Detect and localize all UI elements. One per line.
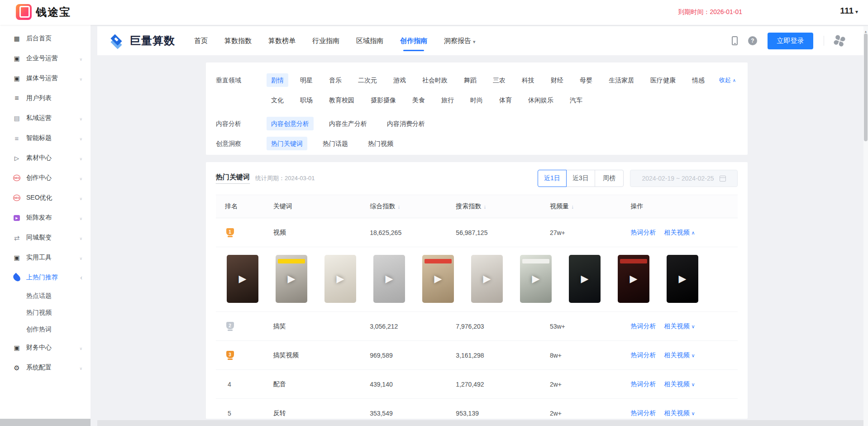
filter-tag[interactable]: 剧情 xyxy=(267,73,288,87)
video-thumbnail[interactable] xyxy=(520,255,552,303)
range-button[interactable]: 近1日 xyxy=(538,170,567,187)
filter-tag[interactable]: 内容创意分析 xyxy=(267,117,314,130)
filter-tag[interactable]: 美食 xyxy=(408,93,429,107)
nav-item[interactable]: 区域指南 xyxy=(356,26,383,55)
filter-tag[interactable]: 体育 xyxy=(495,93,516,107)
filter-tag[interactable]: 内容生产分析 xyxy=(324,117,372,130)
filter-tag[interactable]: 母婴 xyxy=(575,73,597,87)
filter-tag[interactable]: 汽车 xyxy=(565,93,587,107)
filter-tag[interactable]: 游戏 xyxy=(389,73,410,87)
nav-item[interactable]: 算数榜单 xyxy=(268,26,296,55)
filter-tag[interactable]: 教育校园 xyxy=(324,93,359,107)
video-thumbnail[interactable] xyxy=(471,255,503,303)
related-videos-link[interactable]: 相关视频 xyxy=(664,229,695,237)
filter-tag[interactable]: 热门话题 xyxy=(318,137,353,150)
related-videos-link[interactable]: 相关视频 xyxy=(664,322,695,330)
sidebar-item-label: 矩阵发布 xyxy=(26,214,52,222)
date-range-picker[interactable]: 2024-02-19 ~ 2024-02-25 xyxy=(630,170,738,187)
filter-tag[interactable]: 文化 xyxy=(267,93,288,107)
filter-tag[interactable]: 明星 xyxy=(296,73,317,87)
scrollbar-thumb[interactable] xyxy=(864,34,868,141)
sidebar-subitem[interactable]: 创作热词 xyxy=(0,321,91,338)
sidebar-subitem[interactable]: 热点话题 xyxy=(0,287,91,304)
mobile-app-icon[interactable] xyxy=(732,36,738,45)
video-thumbnail[interactable] xyxy=(618,255,649,303)
hot-word-analysis-link[interactable]: 热词分析 xyxy=(631,409,656,417)
sidebar-subitem[interactable]: 热门视频 xyxy=(0,304,91,321)
chevron-up-icon xyxy=(731,77,736,83)
filter-tag[interactable]: 生活家居 xyxy=(604,73,639,87)
chevron-up-icon xyxy=(692,229,695,236)
sidebar-item[interactable]: 创作中心 xyxy=(0,168,91,188)
scrollbar[interactable] xyxy=(863,26,868,426)
nav-item[interactable]: 创作指南 xyxy=(400,26,427,55)
pinwheel-icon[interactable] xyxy=(833,34,846,47)
sidebar-item[interactable]: 后台首页 xyxy=(0,29,91,48)
filter-tag[interactable]: 二次元 xyxy=(353,73,382,87)
related-videos-link[interactable]: 相关视频 xyxy=(664,380,695,388)
video-thumbnail[interactable] xyxy=(324,255,356,303)
sort-down-icon[interactable] xyxy=(483,203,486,210)
chevron-down-icon xyxy=(79,75,82,82)
video-thumbnail[interactable] xyxy=(422,255,454,303)
nav-item[interactable]: 算数指数 xyxy=(224,26,252,55)
scroll-up-arrow-icon[interactable] xyxy=(863,26,868,33)
filter-tag[interactable]: 医疗健康 xyxy=(646,73,680,87)
filter-tag[interactable]: 财经 xyxy=(546,73,568,87)
hot-word-analysis-link[interactable]: 热词分析 xyxy=(631,351,656,359)
filter-tag[interactable]: 旅行 xyxy=(437,93,458,107)
filter-tag[interactable]: 摄影摄像 xyxy=(366,93,401,107)
filter-tag[interactable]: 热门关键词 xyxy=(267,137,307,150)
sidebar-item[interactable]: 企业号运营 xyxy=(0,48,91,68)
filter-tag[interactable]: 休闲娱乐 xyxy=(524,93,558,107)
sidebar-item[interactable]: 上热门推荐 xyxy=(0,268,91,287)
hot-word-analysis-link[interactable]: 热词分析 xyxy=(631,322,656,330)
nav-item[interactable]: 首页 xyxy=(194,26,208,55)
related-videos-link[interactable]: 相关视频 xyxy=(664,351,695,359)
filter-tag[interactable]: 舞蹈 xyxy=(459,73,481,87)
filter-tag[interactable]: 时尚 xyxy=(466,93,487,107)
chevron-down-icon xyxy=(79,134,82,142)
help-icon[interactable] xyxy=(748,36,757,45)
filter-tag[interactable]: 音乐 xyxy=(324,73,346,87)
video-thumbnail[interactable] xyxy=(227,255,258,303)
range-button[interactable]: 近3日 xyxy=(566,170,595,187)
video-thumbnail[interactable] xyxy=(667,255,698,303)
sidebar-item[interactable]: 智能标题 xyxy=(0,128,91,148)
login-button[interactable]: 立即登录 xyxy=(768,33,813,49)
nav-item[interactable]: 行业指南 xyxy=(312,26,339,55)
brand-logo[interactable]: 钱途宝 xyxy=(16,4,71,20)
video-thumbnail[interactable] xyxy=(569,255,601,303)
filter-tag[interactable]: 内容消费分析 xyxy=(382,117,429,130)
related-videos-link[interactable]: 相关视频 xyxy=(664,409,695,417)
filter-tag[interactable]: 社会时政 xyxy=(418,73,452,87)
video-thumbnail[interactable] xyxy=(373,255,405,303)
sidebar-item[interactable]: 系统配置 xyxy=(0,358,91,378)
hot-word-analysis-link[interactable]: 热词分析 xyxy=(631,380,656,388)
sidebar-item[interactable]: 用户列表 xyxy=(0,88,91,108)
filter-tag[interactable]: 情感 xyxy=(687,73,709,87)
collapse-link[interactable]: 收起 xyxy=(719,76,736,84)
sidebar-item[interactable]: 矩阵发布 xyxy=(0,208,91,228)
sidebar-item[interactable]: 同城裂变 xyxy=(0,228,91,248)
juliang-brand[interactable]: 巨量算数 xyxy=(109,33,175,49)
filter-tag[interactable]: 三农 xyxy=(488,73,510,87)
hot-word-analysis-link[interactable]: 热词分析 xyxy=(631,229,656,237)
sort-down-icon[interactable] xyxy=(571,203,574,210)
user-menu[interactable]: 111 xyxy=(840,6,858,16)
sidebar-item[interactable]: 实用工具 xyxy=(0,248,91,268)
video-thumbnail[interactable] xyxy=(276,255,307,303)
nav-item[interactable]: 洞察报告 xyxy=(444,26,476,55)
sort-down-icon[interactable] xyxy=(397,203,400,210)
sidebar-item[interactable]: 素材中心 xyxy=(0,148,91,168)
sidebar-item-label: 创作中心 xyxy=(26,174,52,182)
filter-tag[interactable]: 热门视频 xyxy=(363,137,398,150)
range-button[interactable]: 周榜 xyxy=(595,170,624,187)
sidebar-item[interactable]: SEO优化 xyxy=(0,188,91,208)
filter-tag[interactable]: 科技 xyxy=(517,73,539,87)
sidebar-item[interactable]: 财务中心 xyxy=(0,338,91,358)
filter-tag[interactable]: 职场 xyxy=(296,93,317,107)
sidebar-item[interactable]: 私域运营 xyxy=(0,108,91,128)
date-range-value: 2024-02-19 ~ 2024-02-25 xyxy=(642,175,714,182)
sidebar-item[interactable]: 媒体号运营 xyxy=(0,68,91,88)
